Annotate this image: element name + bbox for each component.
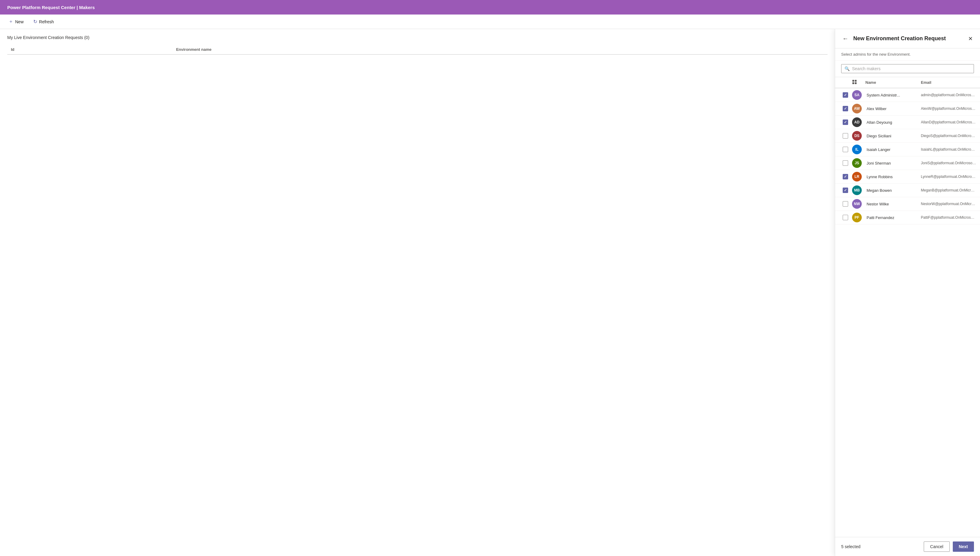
table-header-row: Id Environment name: [7, 45, 828, 55]
avatar: IL: [852, 145, 865, 154]
new-button[interactable]: ＋ New: [5, 17, 27, 27]
avatar: JS: [852, 158, 865, 168]
avatar-col-header: [852, 79, 865, 85]
checkbox-wrap[interactable]: [839, 201, 852, 207]
user-name: Nestor Wilke: [865, 202, 921, 206]
avatar-initials: AW: [852, 104, 862, 113]
user-name: Joni Sherman: [865, 161, 921, 165]
user-email: IsaiahL@pplatformuat.OnMicrosoft.c...: [921, 147, 977, 152]
user-name: System Administr...: [865, 93, 921, 97]
user-row: AWAlex WilberAlexW@pplatformuat.OnMicros…: [835, 102, 980, 116]
app-header: Power Platform Request Center | Makers: [0, 0, 980, 15]
avatar-initials: SA: [852, 90, 862, 100]
user-checkbox[interactable]: [843, 201, 848, 207]
checkbox-wrap[interactable]: [839, 92, 852, 98]
avatar: SA: [852, 90, 865, 100]
user-email: MeganB@pplatformuat.OnMicrosoft....: [921, 188, 977, 192]
user-row: MBMegan BowenMeganB@pplatformuat.OnMicro…: [835, 184, 980, 197]
email-col-header: Email: [921, 80, 977, 85]
avatar-initials: PF: [852, 213, 862, 222]
avatar: DS: [852, 131, 865, 141]
user-rows-container: SASystem Administr...admin@pplatformuat.…: [835, 88, 980, 225]
panel-header: ← New Environment Creation Request ✕: [835, 29, 980, 48]
avatar: AD: [852, 117, 865, 127]
user-checkbox[interactable]: [843, 147, 848, 152]
user-name: Alex Wilber: [865, 107, 921, 111]
user-checkbox[interactable]: [843, 215, 848, 220]
panel-close-button[interactable]: ✕: [967, 34, 974, 43]
avatar-initials: MB: [852, 186, 862, 195]
col-header-id: Id: [7, 45, 173, 55]
avatar: LR: [852, 172, 865, 181]
user-checkbox[interactable]: [843, 187, 848, 193]
cancel-button[interactable]: Cancel: [924, 541, 950, 552]
section-title: My Live Environment Creation Requests (0…: [7, 35, 828, 40]
next-button[interactable]: Next: [953, 541, 974, 552]
user-name: Lynne Robbins: [865, 175, 921, 179]
user-checkbox[interactable]: [843, 160, 848, 166]
user-email: DiegoS@pplatformuat.OnMicrosoft.c...: [921, 134, 977, 138]
user-name: Diego Siciliani: [865, 134, 921, 138]
user-row: JSJoni ShermanJoniS@pplatformuat.OnMicro…: [835, 157, 980, 170]
panel-back-button[interactable]: ←: [841, 34, 850, 43]
panel-title: New Environment Creation Request: [853, 36, 963, 42]
checkbox-wrap[interactable]: [839, 133, 852, 139]
panel-footer: 5 selected Cancel Next: [835, 537, 980, 556]
refresh-label: Refresh: [39, 19, 54, 24]
search-container: 🔍: [835, 60, 980, 77]
user-email: LynneR@pplatformuat.OnMicrosoft.c...: [921, 175, 977, 179]
user-checkbox[interactable]: [843, 133, 848, 139]
svg-rect-2: [852, 82, 854, 84]
user-row: ILIsaiah LangerIsaiahL@pplatformuat.OnMi…: [835, 143, 980, 157]
new-label: New: [15, 19, 24, 24]
checkbox-wrap[interactable]: [839, 215, 852, 220]
user-row: DSDiego SicilianiDiegoS@pplatformuat.OnM…: [835, 129, 980, 143]
checkbox-wrap[interactable]: [839, 120, 852, 125]
refresh-icon: ↻: [33, 19, 37, 24]
plus-icon: ＋: [8, 18, 13, 25]
user-email: NestorW@pplatformuat.OnMicrosoft....: [921, 202, 977, 206]
user-name: Isaiah Langer: [865, 147, 921, 152]
checkbox-wrap[interactable]: [839, 147, 852, 152]
search-icon: 🔍: [844, 66, 850, 71]
search-input[interactable]: [852, 66, 970, 71]
back-arrow-icon: ←: [843, 35, 848, 42]
user-email: JoniS@pplatformuat.OnMicrosoft.com: [921, 161, 977, 165]
user-checkbox[interactable]: [843, 120, 848, 125]
checkbox-wrap[interactable]: [839, 187, 852, 193]
col-header-env-name: Environment name: [173, 45, 828, 55]
checkbox-wrap[interactable]: [839, 174, 852, 179]
checkbox-wrap[interactable]: [839, 106, 852, 112]
user-checkbox[interactable]: [843, 106, 848, 112]
user-row: LRLynne RobbinsLynneR@pplatformuat.OnMic…: [835, 170, 980, 184]
user-checkbox[interactable]: [843, 174, 848, 179]
user-email: AlexW@pplatformuat.OnMicrosoft.c...: [921, 107, 977, 111]
refresh-button[interactable]: ↻ Refresh: [30, 17, 58, 26]
panel-subtitle: Select admins for the new Environment.: [835, 48, 980, 60]
search-box: 🔍: [841, 64, 974, 73]
user-list: Name Email SASystem Administr...admin@pp…: [835, 77, 980, 537]
user-row: NWNestor WilkeNestorW@pplatformuat.OnMic…: [835, 197, 980, 211]
avatar: MB: [852, 186, 865, 195]
svg-rect-1: [855, 80, 857, 82]
user-name: Patti Fernandez: [865, 215, 921, 220]
avatar: NW: [852, 199, 865, 209]
list-header: Name Email: [835, 77, 980, 88]
name-col-header: Name: [865, 80, 921, 85]
svg-rect-3: [855, 82, 857, 84]
user-row: ADAllan DeyoungAllanD@pplatformuat.OnMic…: [835, 116, 980, 129]
user-email: admin@pplatformuat.OnMicrosoft.co...: [921, 93, 977, 97]
user-name: Allan Deyoung: [865, 120, 921, 124]
avatar-initials: NW: [852, 199, 862, 209]
user-email: AllanD@pplatformuat.OnMicrosoft.c...: [921, 120, 977, 124]
app-title: Power Platform Request Center | Makers: [7, 5, 95, 10]
avatar: AW: [852, 104, 865, 113]
user-checkbox[interactable]: [843, 92, 848, 98]
data-table: Id Environment name: [7, 45, 828, 55]
avatar-initials: LR: [852, 172, 862, 181]
checkbox-wrap[interactable]: [839, 160, 852, 166]
selected-count: 5 selected: [841, 544, 861, 549]
avatar-initials: DS: [852, 131, 862, 141]
avatar-initials: AD: [852, 117, 862, 127]
avatar-initials: IL: [852, 145, 862, 154]
